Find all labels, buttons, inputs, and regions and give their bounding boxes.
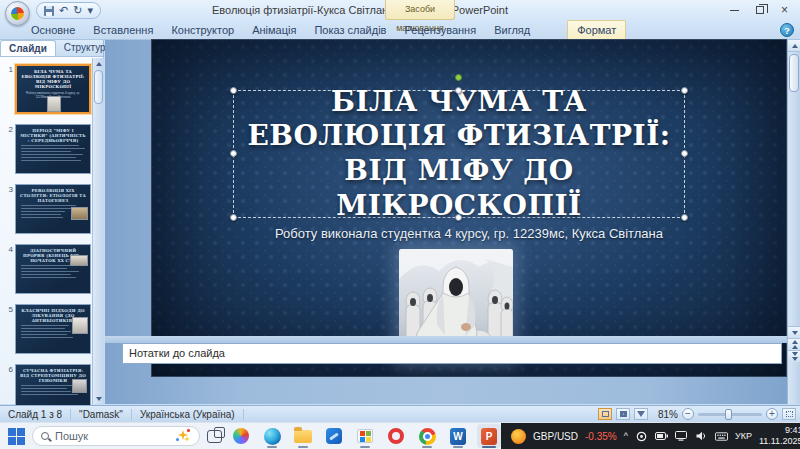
save-icon[interactable] (44, 6, 54, 16)
slide-thumbnail-3[interactable]: 3 РЕВОЛЮЦІЯ XIX СТОЛІТТЯ: ЕТІОЛОГІЯ ТА П… (3, 184, 92, 234)
panel-scroll-up-icon[interactable] (93, 58, 105, 69)
touch-keyboard-icon[interactable] (715, 430, 728, 443)
taskbar-search[interactable]: Пошук (32, 426, 200, 446)
edge-button[interactable] (260, 424, 284, 448)
thumbnail-canvas[interactable]: ПЕРІОД "МІФУ І МІСТИКИ" (АНТИЧНІСТЬ – СЕ… (15, 124, 91, 174)
slideshow-button[interactable] (634, 408, 648, 420)
clock[interactable]: 9:41 11.11.2025 (759, 425, 800, 448)
tab-design[interactable]: Конструктор (162, 21, 243, 40)
slide-canvas[interactable]: БІЛА ЧУМА ТА ЕВОЛЮЦІЯ ФТИЗІАТРІЇ: ВІД МІ… (152, 40, 786, 376)
normal-view-button[interactable] (598, 408, 612, 420)
tab-home[interactable]: Основне (22, 21, 84, 40)
panel-scroll-down-icon[interactable] (93, 393, 105, 404)
panel-scrollbar[interactable] (92, 58, 104, 404)
vertical-scrollbar[interactable] (787, 40, 800, 404)
tab-format[interactable]: Формат (567, 20, 626, 40)
thumb-text-line (21, 337, 73, 338)
task-view-button[interactable] (207, 430, 222, 443)
notes-pane[interactable]: Нотатки до слайда (122, 343, 782, 364)
tab-animation[interactable]: Анімація (243, 21, 305, 40)
scroll-thumb[interactable] (789, 54, 799, 92)
previous-slide-button[interactable] (788, 338, 800, 350)
slide-thumbnail-5[interactable]: 5 КЛАСИЧНІ ПІДХОДИ ДО ЛІКУВАННЯ (ДО АНТИ… (3, 304, 92, 354)
copilot-button[interactable] (229, 424, 253, 448)
thumb-text-line (21, 157, 76, 158)
resize-handle[interactable] (230, 150, 237, 157)
scroll-up-icon[interactable] (788, 40, 800, 52)
qat-customize-icon[interactable]: ▾ (87, 5, 93, 16)
network-icon[interactable] (675, 430, 688, 443)
title-placeholder-selection[interactable]: БІЛА ЧУМА ТА ЕВОЛЮЦІЯ ФТИЗІАТРІЇ: ВІД МІ… (233, 90, 685, 218)
thumb-text-line (21, 274, 71, 275)
slide-sorter-button[interactable] (616, 408, 630, 420)
thumbnail-canvas[interactable]: КЛАСИЧНІ ПІДХОДИ ДО ЛІКУВАННЯ (ДО АНТИБІ… (15, 304, 91, 354)
thumb-text-line (21, 160, 81, 161)
slide-thumbnail-1[interactable]: 1 БІЛА ЧУМА ТА ЕВОЛЮЦІЯ ФТИЗІАТРІЇ: ВІД … (3, 64, 92, 114)
zoom-in-button[interactable]: + (766, 408, 778, 420)
volume-icon[interactable] (695, 430, 708, 443)
battery-icon[interactable] (655, 430, 668, 443)
tab-insert[interactable]: Вставлення (84, 21, 162, 40)
scroll-down-icon[interactable] (788, 326, 800, 338)
file-explorer-button[interactable] (291, 424, 315, 448)
tab-slideshow[interactable]: Показ слайдів (305, 21, 395, 40)
paint-button[interactable] (322, 424, 346, 448)
thumbnail-canvas[interactable]: ДІАГНОСТИЧНИЙ ПРОРИВ (КІНЕЦЬ XIX – ПОЧАТ… (15, 244, 91, 294)
thumb-text-line (21, 265, 73, 266)
resize-handle[interactable] (230, 214, 237, 221)
tab-view[interactable]: Вигляд (485, 21, 539, 40)
rotate-handle[interactable] (455, 74, 462, 81)
resize-handle[interactable] (681, 150, 688, 157)
zoom-slider-thumb[interactable] (725, 409, 732, 420)
start-button[interactable] (8, 428, 25, 445)
next-slide-button[interactable] (788, 350, 800, 362)
thumbnail-canvas[interactable]: БІЛА ЧУМА ТА ЕВОЛЮЦІЯ ФТИЗІАТРІЇ: ВІД МІ… (15, 64, 91, 114)
resize-handle[interactable] (681, 87, 688, 94)
store-button[interactable] (353, 424, 377, 448)
input-language-indicator[interactable]: УКР (735, 431, 752, 441)
ticker-pair[interactable]: GBP/USD (533, 431, 578, 442)
ticker-change[interactable]: -0.35% (585, 431, 617, 442)
help-button[interactable]: ? (780, 23, 794, 37)
powerpoint-icon: P (481, 428, 497, 445)
zoom-out-button[interactable]: − (682, 408, 694, 420)
theme-name[interactable]: "Damask" (71, 409, 132, 420)
thumb-text-line (21, 391, 71, 392)
tab-slides[interactable]: Слайди (0, 40, 56, 56)
resize-handle[interactable] (230, 87, 237, 94)
powerpoint-button[interactable]: P (477, 424, 501, 448)
restore-icon (756, 6, 764, 14)
restore-button[interactable] (747, 1, 772, 19)
taskbar-tray: GBP/USD -0.35% ^ УКР 9:41 11.11.2025 (501, 423, 800, 449)
slide-number: 3 (3, 184, 13, 234)
tray-expand-icon[interactable]: ^ (624, 431, 628, 441)
fit-to-window-button[interactable] (782, 408, 796, 420)
resize-handle[interactable] (455, 87, 462, 94)
redo-icon[interactable]: ↻ (73, 5, 82, 16)
zoom-level[interactable]: 81% (652, 409, 678, 420)
chrome-button[interactable] (415, 424, 439, 448)
resize-handle[interactable] (455, 214, 462, 221)
slide-thumbnail-2[interactable]: 2 ПЕРІОД "МІФУ І МІСТИКИ" (АНТИЧНІСТЬ – … (3, 124, 92, 174)
window-title: Еволюція фтизіатрії-Кукса Світлана - Mic… (200, 4, 520, 16)
undo-icon[interactable]: ↶ (59, 5, 68, 16)
opera-button[interactable] (384, 424, 408, 448)
tab-review[interactable]: Рецензування (395, 21, 485, 40)
thumb-text-line (21, 394, 78, 395)
zoom-slider[interactable] (698, 413, 762, 416)
minimize-button[interactable] (722, 1, 747, 19)
notes-splitter[interactable] (105, 336, 787, 343)
widgets-weather-icon[interactable] (511, 429, 526, 444)
resize-handle[interactable] (681, 214, 688, 221)
copilot-sparkle-icon (175, 428, 191, 444)
word-button[interactable]: W (446, 424, 470, 448)
slide-thumbnail-4[interactable]: 4 ДІАГНОСТИЧНИЙ ПРОРИВ (КІНЕЦЬ XIX – ПОЧ… (3, 244, 92, 294)
language-indicator[interactable]: Українська (Україна) (132, 409, 244, 420)
device-icon[interactable] (635, 430, 648, 443)
thumbnail-canvas[interactable]: РЕВОЛЮЦІЯ XIX СТОЛІТТЯ: ЕТІОЛОГІЯ ТА ПАТ… (15, 184, 91, 234)
slide-title-text[interactable]: БІЛА ЧУМА ТА ЕВОЛЮЦІЯ ФТИЗІАТРІЇ: ВІД МІ… (234, 91, 684, 217)
close-button[interactable]: × (772, 1, 797, 19)
panel-scroll-thumb[interactable] (94, 70, 103, 104)
time: 9:41 (785, 425, 800, 435)
slide-subtitle-text[interactable]: Роботу виконала студентка 4 курсу, гр. 1… (152, 226, 786, 241)
